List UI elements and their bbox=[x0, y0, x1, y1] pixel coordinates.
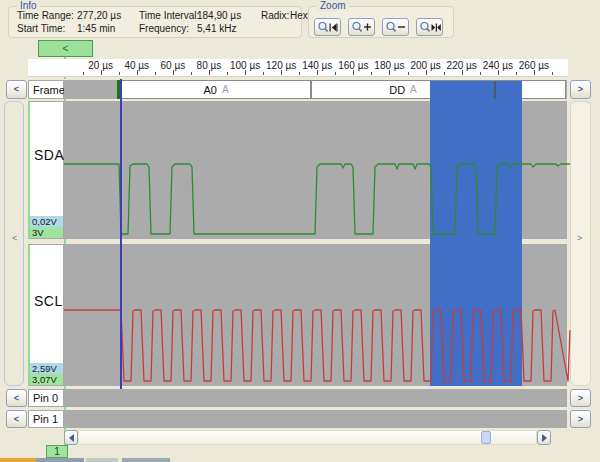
frame-cell-text: DD bbox=[389, 84, 405, 96]
magnifier-plus-icon bbox=[351, 21, 372, 34]
pin1-scroll-right-button[interactable]: > bbox=[570, 410, 591, 428]
radix-label: Radix: bbox=[261, 10, 289, 21]
pin1-scroll-left-button[interactable]: < bbox=[6, 410, 27, 428]
ruler-tick-label: 260 µs bbox=[512, 60, 556, 71]
zoom-to-markers-button[interactable] bbox=[314, 18, 341, 36]
chevron-left-icon: < bbox=[14, 394, 19, 403]
chevron-left-icon: < bbox=[14, 85, 19, 94]
time-interval-value: 184,90 µs bbox=[197, 10, 241, 21]
magnifier-selection-icon bbox=[419, 21, 441, 34]
zoom-to-selection-button[interactable] bbox=[416, 18, 443, 36]
zoom-in-button[interactable] bbox=[348, 18, 375, 36]
page-tab-1[interactable]: 1 bbox=[46, 445, 68, 458]
frame-cell-border bbox=[494, 81, 496, 99]
ruler-tick bbox=[516, 72, 517, 75]
chevron-right-icon: > bbox=[578, 394, 583, 403]
scl-voltage-low: 2,59V bbox=[30, 363, 63, 374]
selection-region-frame[interactable] bbox=[430, 81, 522, 99]
hscroll-right-button[interactable] bbox=[537, 430, 551, 445]
ruler-tick bbox=[299, 72, 300, 75]
frame-cell-suffix: A bbox=[410, 84, 417, 95]
channel-group-rail-right bbox=[570, 101, 591, 386]
chevron-right-icon: > bbox=[578, 415, 583, 424]
hscroll-thumb[interactable] bbox=[481, 431, 491, 444]
frame-cell-a0[interactable]: A0 A bbox=[121, 80, 311, 99]
sda-voltage-low: 0,02V bbox=[30, 216, 63, 227]
zoom-groupbox: Zoom bbox=[308, 6, 454, 38]
info-groupbox: Info Time Range: 277,20 µs Start Time: 1… bbox=[8, 6, 302, 38]
time-range-label: Time Range: bbox=[17, 10, 74, 21]
radix-value: Hex bbox=[290, 10, 308, 21]
channel-group-rail-left bbox=[4, 101, 24, 386]
ruler-tick bbox=[408, 72, 409, 75]
pin0-scroll-right-button[interactable]: > bbox=[570, 389, 591, 407]
pin1-track[interactable] bbox=[64, 410, 567, 428]
bottom-strip-slate bbox=[36, 458, 84, 462]
bottom-strip-orange bbox=[0, 458, 36, 462]
chevron-left-icon: < bbox=[14, 415, 19, 424]
timeline-marker-button[interactable]: < bbox=[38, 40, 93, 57]
collapse-left-icon[interactable]: < bbox=[12, 233, 17, 243]
selection-region-main[interactable] bbox=[430, 99, 522, 386]
ruler-tick bbox=[119, 72, 120, 75]
ruler-tick bbox=[83, 72, 84, 75]
ruler-tick bbox=[227, 72, 228, 75]
logic-analyzer-window: Info Time Range: 277,20 µs Start Time: 1… bbox=[0, 0, 600, 462]
frame-row-label: Frame bbox=[28, 80, 64, 99]
collapse-right-icon[interactable]: > bbox=[577, 233, 582, 243]
ruler-tick bbox=[552, 72, 553, 75]
ruler-tick bbox=[444, 72, 445, 75]
bottom-strip-light bbox=[86, 458, 118, 462]
bottom-strip-gray bbox=[122, 458, 170, 462]
frame-cell-text: A0 bbox=[203, 84, 216, 96]
scl-channel-panel: SCL 2,59V 3,07V bbox=[28, 244, 64, 386]
ruler-tick bbox=[263, 72, 264, 75]
time-cursor-line[interactable] bbox=[120, 79, 122, 390]
frequency-label: Frequency: bbox=[139, 23, 189, 34]
magnifier-fit-icon bbox=[317, 21, 338, 34]
frequency-value: 5,41 kHz bbox=[197, 23, 236, 34]
scl-channel-name: SCL bbox=[34, 293, 63, 309]
ruler-tick bbox=[335, 72, 336, 75]
ruler-tick bbox=[480, 72, 481, 75]
ruler-tick bbox=[155, 72, 156, 75]
sda-channel-panel: SDA 0,02V 3V bbox=[28, 101, 64, 239]
pin1-row-label: Pin 1 bbox=[28, 410, 64, 428]
ruler-tick bbox=[371, 72, 372, 75]
scl-voltage-high: 3,07V bbox=[30, 374, 63, 385]
frame-cell-suffix: A bbox=[222, 84, 229, 95]
pin0-scroll-left-button[interactable]: < bbox=[6, 389, 27, 407]
start-time-label: Start Time: bbox=[17, 23, 65, 34]
zoom-out-button[interactable] bbox=[382, 18, 409, 36]
time-range-value: 277,20 µs bbox=[77, 10, 121, 21]
time-ruler[interactable]: 20 µs40 µs60 µs80 µs100 µs120 µs140 µs16… bbox=[28, 59, 568, 77]
ruler-tick bbox=[191, 72, 192, 75]
frame-scroll-left-button[interactable]: < bbox=[6, 80, 27, 99]
sda-channel-name: SDA bbox=[34, 147, 64, 163]
arrow-right-icon bbox=[542, 434, 547, 442]
pin0-track[interactable] bbox=[64, 389, 567, 407]
hscroll-track[interactable] bbox=[78, 430, 537, 445]
chevron-right-icon: > bbox=[578, 85, 583, 94]
pin0-row-label: Pin 0 bbox=[28, 389, 64, 407]
zoom-group-title: Zoom bbox=[317, 0, 349, 11]
frame-scroll-right-button[interactable]: > bbox=[570, 80, 591, 99]
sda-voltage-high: 3V bbox=[30, 227, 63, 238]
magnifier-minus-icon bbox=[385, 21, 406, 34]
arrow-left-icon bbox=[69, 434, 74, 442]
time-interval-label: Time Interval: bbox=[139, 10, 199, 21]
hscroll-left-button[interactable] bbox=[64, 430, 78, 445]
start-time-value: 1:45 min bbox=[77, 23, 115, 34]
